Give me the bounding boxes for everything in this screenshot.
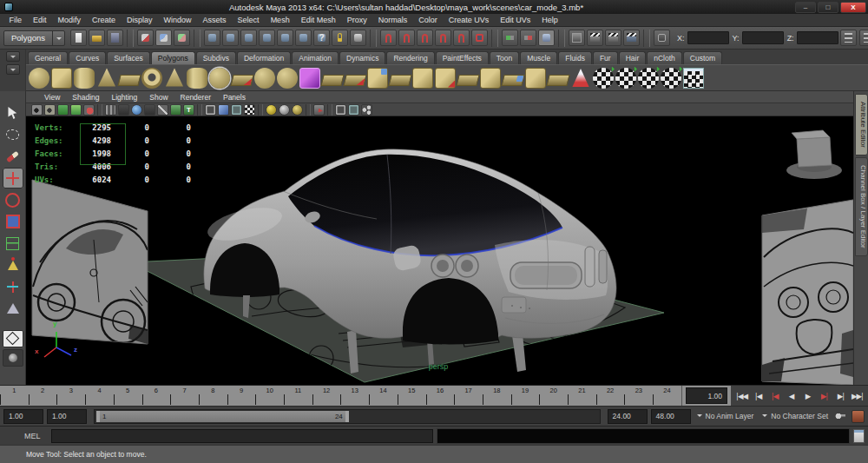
- poly-pyramid-icon[interactable]: [164, 68, 185, 89]
- shelf-tab[interactable]: Polygons: [151, 51, 195, 64]
- select-hierarchy-icon[interactable]: [137, 30, 154, 46]
- menu-item[interactable]: Display: [122, 16, 159, 24]
- default-material-icon[interactable]: [244, 104, 255, 116]
- command-line-label[interactable]: MEL: [24, 432, 41, 440]
- xray-icon[interactable]: [335, 104, 346, 116]
- separator[interactable]: [194, 30, 201, 47]
- menu-item[interactable]: Create UVs: [443, 16, 495, 24]
- auto-keyframe-icon[interactable]: [852, 410, 865, 423]
- script-editor-icon[interactable]: [853, 429, 865, 443]
- uv-planar-icon[interactable]: [593, 68, 614, 89]
- wireframe-on-shaded-icon[interactable]: [231, 104, 242, 116]
- shelf-menu-button[interactable]: [6, 64, 20, 75]
- mask-handles-icon[interactable]: [204, 30, 220, 46]
- shelf-tab[interactable]: Custom: [683, 51, 722, 64]
- frame-tick[interactable]: 14: [369, 386, 398, 406]
- menu-item[interactable]: Color: [413, 16, 444, 24]
- axis-input[interactable]: [687, 31, 729, 44]
- frame-tick[interactable]: 20: [539, 386, 568, 406]
- xray-active-icon[interactable]: [348, 104, 359, 116]
- paint-transfer-icon[interactable]: [570, 68, 591, 89]
- uv-cylindrical-icon[interactable]: [615, 68, 636, 89]
- select-component-icon[interactable]: [174, 30, 190, 46]
- render-settings-icon[interactable]: [623, 30, 640, 46]
- menu-item[interactable]: Assets: [197, 16, 232, 24]
- gate-mask-icon[interactable]: [144, 104, 155, 116]
- close-button[interactable]: X: [840, 2, 866, 13]
- open-scene-icon[interactable]: [89, 30, 105, 46]
- frame-tick[interactable]: 2: [29, 386, 57, 406]
- separator[interactable]: [491, 30, 498, 47]
- safe-title-icon[interactable]: T: [183, 104, 194, 116]
- menu-item[interactable]: Mesh: [265, 16, 295, 24]
- menu-item[interactable]: Select: [232, 16, 265, 24]
- frame-tick[interactable]: 21: [568, 386, 596, 406]
- triangulate-icon[interactable]: [343, 75, 366, 86]
- mask-rendering-icon[interactable]: [295, 30, 312, 46]
- smooth-icon[interactable]: [320, 75, 344, 86]
- mask-deformations-icon[interactable]: [259, 30, 275, 46]
- range-track[interactable]: 1 24: [94, 409, 601, 424]
- soft-mod-tool-button[interactable]: [3, 255, 23, 275]
- poly-platonic-icon[interactable]: [209, 68, 230, 89]
- separator[interactable]: [258, 104, 263, 116]
- play-backwards-button[interactable]: ◀: [783, 387, 799, 405]
- show-manipulator-button[interactable]: [3, 276, 23, 297]
- bevel-icon[interactable]: [501, 75, 524, 86]
- frame-tick[interactable]: 22: [596, 386, 625, 406]
- frame-tick[interactable]: 8: [199, 386, 227, 406]
- poly-cube-icon[interactable]: [51, 68, 72, 89]
- panel-menu-item[interactable]: View: [38, 93, 66, 102]
- maximize-button[interactable]: □: [818, 2, 838, 13]
- step-forward-frame-button[interactable]: ▶|: [832, 387, 849, 405]
- film-gate-icon[interactable]: [118, 104, 129, 116]
- frame-tick[interactable]: 7: [170, 386, 199, 406]
- select-camera-icon[interactable]: [31, 104, 43, 116]
- range-handle[interactable]: 1 24: [96, 411, 349, 422]
- select-tool-button[interactable]: [3, 103, 23, 123]
- frame-tick[interactable]: 10: [255, 386, 284, 406]
- shelf-tab[interactable]: Muscle: [520, 51, 557, 64]
- step-back-frame-button[interactable]: |◀: [750, 387, 766, 405]
- menu-item[interactable]: File: [3, 16, 28, 24]
- shelf-tab[interactable]: Fluids: [558, 51, 592, 64]
- boolean-icon[interactable]: [525, 68, 546, 89]
- menu-item[interactable]: Create: [87, 16, 122, 24]
- poly-sphere-icon[interactable]: [29, 68, 49, 89]
- bridge-icon[interactable]: [480, 68, 501, 89]
- poly-torus-icon[interactable]: [141, 68, 162, 89]
- make-live-icon[interactable]: [471, 30, 488, 46]
- timeline-ticks[interactable]: 123456789101112131415161718192021222324: [0, 386, 682, 406]
- frame-tick[interactable]: 24: [653, 386, 681, 406]
- save-scene-icon[interactable]: [107, 30, 123, 46]
- poly-cylinder-icon[interactable]: [74, 68, 95, 89]
- menu-item[interactable]: Normals: [372, 16, 413, 24]
- separator[interactable]: [558, 30, 565, 47]
- wireframe-icon[interactable]: [205, 104, 216, 116]
- frame-tick[interactable]: 23: [624, 386, 653, 406]
- panel-menu-item[interactable]: Show: [143, 93, 174, 102]
- frame-tick[interactable]: 17: [454, 386, 483, 406]
- frame-tick[interactable]: 4: [85, 386, 114, 406]
- snap-grid-icon[interactable]: [380, 30, 397, 46]
- append-polygon-icon[interactable]: [254, 68, 275, 89]
- separate-icon[interactable]: [546, 75, 569, 86]
- frame-tick[interactable]: 3: [56, 386, 85, 406]
- frame-tick[interactable]: 9: [227, 386, 256, 406]
- command-input[interactable]: [51, 429, 433, 443]
- toggle-tool-settings-icon[interactable]: [859, 30, 868, 46]
- frame-tick[interactable]: 1: [0, 386, 29, 406]
- poly-plane-icon[interactable]: [117, 75, 141, 86]
- panel-menu-item[interactable]: Shading: [66, 93, 105, 102]
- axis-input[interactable]: [742, 31, 784, 44]
- frame-tick[interactable]: 15: [398, 386, 426, 406]
- separator[interactable]: [127, 30, 134, 47]
- cleanup-icon[interactable]: [388, 75, 411, 86]
- shelf-tab[interactable]: Fur: [593, 51, 618, 64]
- extrude-icon[interactable]: [456, 75, 479, 86]
- render-current-frame-icon[interactable]: [587, 30, 603, 46]
- poly-cone-icon[interactable]: [96, 68, 117, 89]
- frame-tick[interactable]: 16: [426, 386, 455, 406]
- separator[interactable]: [327, 104, 332, 116]
- resolution-gate-icon[interactable]: [131, 104, 142, 116]
